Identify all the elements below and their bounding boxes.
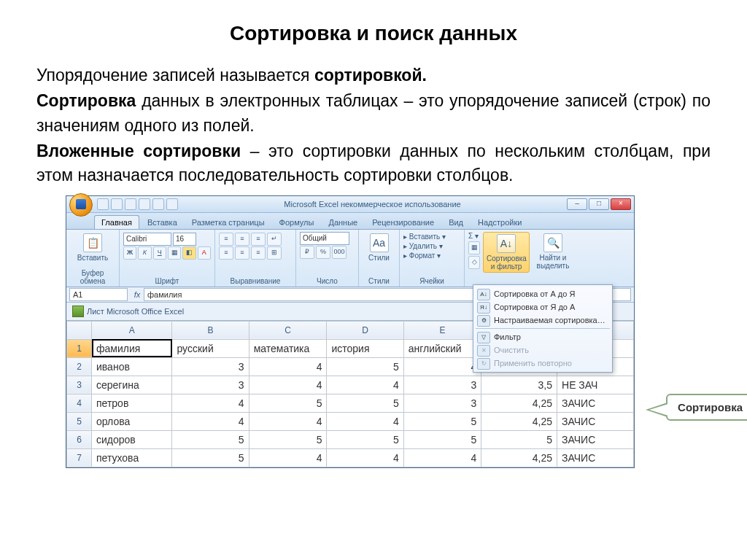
cell[interactable]: ЗАЧИС — [557, 412, 634, 430]
cell[interactable]: петров — [92, 394, 172, 412]
cell[interactable]: 5 — [327, 430, 403, 448]
cell[interactable]: ЗАЧИС — [557, 448, 634, 467]
styles-button[interactable]: Aa Стили — [363, 232, 395, 263]
cell[interactable]: ЗАЧИС — [557, 394, 634, 412]
currency-button[interactable]: ₽ — [300, 246, 314, 259]
cell[interactable]: серегина — [92, 376, 172, 394]
clear-button[interactable]: ◇ — [468, 256, 480, 269]
cell[interactable]: сидоров — [92, 430, 172, 448]
delete-cells-button[interactable]: ▸ Удалить ▾ — [403, 241, 460, 251]
cell[interactable]: 4 — [327, 376, 403, 394]
cell[interactable]: ЗАЧИС — [557, 430, 634, 448]
reapply-item[interactable]: ↻ Применить повторно — [473, 357, 612, 370]
cell[interactable]: 4 — [172, 394, 249, 412]
border-button[interactable]: ▦ — [168, 246, 181, 260]
select-all-corner[interactable] — [67, 321, 92, 339]
cell[interactable]: орлова — [92, 412, 172, 430]
cell[interactable]: 4 — [327, 412, 403, 430]
row-header-2[interactable]: 2 — [67, 357, 92, 376]
cell[interactable]: 4 — [327, 448, 403, 467]
qat-save-icon[interactable] — [97, 198, 109, 210]
cell-C1[interactable]: математика — [249, 339, 327, 357]
cell[interactable]: 4,25 — [481, 394, 557, 412]
cell[interactable]: 4,25 — [481, 412, 557, 430]
qat-redo-icon[interactable] — [125, 198, 136, 210]
tab-page-layout[interactable]: Разметка страницы — [185, 216, 271, 229]
align-mid-button[interactable]: ≡ — [235, 233, 249, 246]
cell[interactable]: 5 — [327, 394, 403, 412]
wrap-button[interactable]: ↵ — [267, 233, 282, 246]
close-button[interactable]: × — [611, 198, 631, 210]
bold-button[interactable]: Ж — [123, 246, 136, 260]
fx-icon[interactable]: fx — [131, 290, 144, 299]
cell[interactable]: 3 — [172, 376, 249, 394]
row-header-6[interactable]: 6 — [67, 430, 92, 448]
cell[interactable]: 4 — [172, 412, 249, 430]
cell[interactable]: 3 — [403, 376, 481, 394]
tab-review[interactable]: Рецензирование — [365, 216, 441, 229]
cell[interactable]: 4 — [403, 357, 481, 376]
cell[interactable]: 4 — [403, 448, 481, 467]
office-button[interactable] — [69, 193, 93, 217]
cell[interactable]: 5 — [172, 430, 249, 448]
fill-color-button[interactable]: ◧ — [182, 246, 196, 260]
autosum-button[interactable]: Σ ▾ — [468, 232, 480, 240]
tab-data[interactable]: Данные — [322, 216, 364, 229]
align-left-button[interactable]: ≡ — [219, 246, 233, 260]
tab-addins[interactable]: Надстройки — [471, 216, 528, 229]
find-select-button[interactable]: 🔍 Найти и выделить — [533, 232, 573, 271]
col-header-D[interactable]: D — [327, 321, 403, 339]
cell-B1[interactable]: русский — [172, 339, 249, 357]
insert-cells-button[interactable]: ▸ Вставить ▾ — [403, 232, 460, 241]
tab-home[interactable]: Главная — [94, 215, 139, 229]
cell[interactable]: 5 — [403, 430, 481, 448]
cell[interactable]: 5 — [249, 394, 327, 412]
tab-view[interactable]: Вид — [442, 216, 470, 229]
sort-filter-button[interactable]: A↓ Сортировка и фильтр — [483, 232, 530, 273]
italic-button[interactable]: К — [138, 246, 151, 260]
cell[interactable]: 3,5 — [481, 376, 557, 394]
row-header-3[interactable]: 3 — [67, 376, 92, 394]
qat-btn[interactable] — [166, 198, 178, 210]
col-header-E[interactable]: E — [403, 321, 481, 339]
maximize-button[interactable]: □ — [589, 198, 609, 210]
cell[interactable]: НЕ ЗАЧ — [557, 376, 634, 394]
cell[interactable]: 4 — [249, 376, 327, 394]
qat-undo-icon[interactable] — [111, 198, 123, 210]
cell-D1[interactable]: история — [327, 339, 403, 357]
row-header-1[interactable]: 1 — [67, 339, 92, 357]
row-header-4[interactable]: 4 — [67, 394, 92, 412]
cell[interactable]: 4,25 — [481, 448, 557, 467]
cell[interactable]: 4 — [249, 357, 327, 376]
format-cells-button[interactable]: ▸ Формат ▾ — [403, 251, 460, 260]
cell[interactable]: 3 — [172, 357, 249, 376]
col-header-C[interactable]: C — [249, 321, 327, 339]
cell-A1[interactable]: фамилия — [92, 339, 172, 357]
cell[interactable]: 4 — [249, 412, 327, 430]
cell[interactable]: 5 — [481, 430, 557, 448]
comma-button[interactable]: 000 — [332, 246, 347, 259]
cell[interactable]: иванов — [92, 357, 172, 376]
paste-button[interactable]: 📋 Вставить — [70, 232, 115, 263]
font-name-select[interactable]: Calibri — [123, 233, 171, 246]
align-center-button[interactable]: ≡ — [235, 246, 249, 260]
cell[interactable]: 4 — [249, 448, 327, 467]
cell[interactable]: 3 — [403, 394, 481, 412]
cell[interactable]: 5 — [327, 357, 403, 376]
tab-formulas[interactable]: Формулы — [273, 216, 321, 229]
cell[interactable]: 5 — [403, 412, 481, 430]
clear-filter-item[interactable]: ✕ Очистить — [473, 343, 612, 357]
cell[interactable]: 5 — [172, 448, 249, 467]
filter-item[interactable]: ▽ Фильтр — [473, 330, 612, 343]
custom-sort-item[interactable]: ⚙ Настраиваемая сортировка… — [473, 314, 612, 327]
row-header-5[interactable]: 5 — [67, 412, 92, 430]
minimize-button[interactable]: – — [567, 198, 587, 210]
align-top-button[interactable]: ≡ — [219, 233, 233, 246]
fill-button[interactable]: ▦ — [468, 241, 480, 254]
row-header-7[interactable]: 7 — [67, 448, 92, 467]
cell[interactable]: 5 — [249, 430, 327, 448]
qat-print-icon[interactable] — [139, 198, 150, 210]
percent-button[interactable]: % — [316, 246, 330, 259]
tab-insert[interactable]: Вставка — [141, 216, 184, 229]
align-bot-button[interactable]: ≡ — [251, 233, 266, 246]
